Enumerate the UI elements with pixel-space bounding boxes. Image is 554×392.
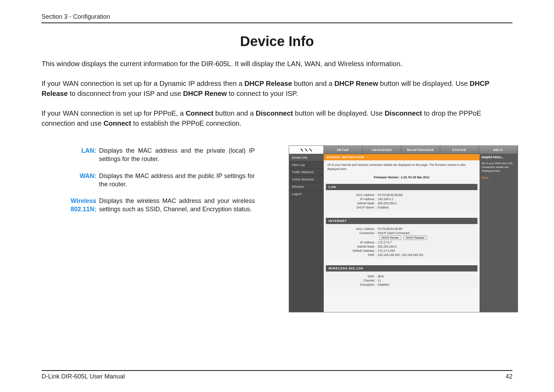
router-logo — [289, 146, 324, 154]
kv-row: Subnet Mask:255.255.255.0 — [326, 244, 477, 249]
intro-para-3: If your WAN connection is set up for PPP… — [42, 108, 499, 128]
sidebar-item-wireless[interactable]: Wireless — [289, 183, 324, 190]
firmware-version: Firmware Version : 1.03, Fri 25 Mar 2011 — [324, 175, 480, 184]
panel-lan: MAC Address:F0:7D:68:82:85:BEIP Address:… — [326, 190, 477, 212]
kv-row: DHCP Server:Enabled — [326, 205, 477, 210]
def-lan: LAN: Displays the MAC address and the pr… — [55, 146, 249, 163]
panel-head-internet: INTERNET — [326, 218, 477, 224]
kv-value: Enabled — [378, 206, 477, 209]
hints-more-link[interactable]: More... — [480, 174, 518, 181]
kv-key: Channel — [326, 279, 374, 282]
p2-text: to connect to your ISP. — [229, 90, 298, 97]
sidebar-item-device-info[interactable]: Device Info — [289, 154, 324, 161]
kv-colon: : — [374, 245, 378, 248]
panel-head-lan: LAN — [326, 184, 477, 190]
p3-bold-disconnect: Disconnect — [256, 109, 293, 117]
tab-status[interactable]: STATUS — [440, 146, 479, 154]
def-wan: WAN: Displays the MAC address and the pu… — [55, 172, 249, 189]
def-wlan: Wireless 802.11N: Displays the wireless … — [55, 197, 249, 214]
router-main: DEVICE INFOMATION All of your Internet a… — [324, 154, 480, 312]
page-footer: D-Link DIR-605L User Manual 42 — [42, 370, 512, 380]
kv-row: IP Address:172.17.5.7 — [326, 240, 477, 244]
def-wan-label: WAN: — [55, 172, 96, 189]
router-topbar: SETUP ADVANCED MAINTENANCE STATUS HELP — [289, 146, 518, 154]
router-sidebar: Device Info View Log Traffic Statistics … — [289, 154, 324, 312]
kv-key: SSID — [326, 275, 374, 278]
kv-value: 192.168.168.250, 192.168.168.201 — [378, 253, 477, 257]
kv-colon: : — [374, 275, 378, 278]
p3-text: to establish the PPPoE connection. — [133, 119, 241, 127]
sidebar-item-active-sessions[interactable]: Active Sessions — [289, 176, 324, 183]
kv-value: 192.168.0.1 — [378, 197, 477, 201]
p2-bold-release: DHCP Release — [244, 80, 292, 87]
svg-line-0 — [301, 149, 303, 151]
page-title: Device Info — [42, 34, 512, 49]
firmware-label: Firmware Version : — [374, 176, 400, 179]
tab-maintenance[interactable]: MAINTENANCE — [401, 146, 440, 154]
manual-page: Section 3 - Configuration Device Info Th… — [0, 0, 554, 392]
kv-row: MAC Address:F0:7D:68:82:85:BF — [326, 227, 477, 231]
sidebar-item-traffic-stats[interactable]: Traffic Statistics — [289, 169, 324, 176]
p3-text: If your WAN connection is set up for PPP… — [42, 109, 186, 117]
kv-value: F0:7D:68:82:85:BE — [378, 193, 477, 197]
kv-row-connection: Connection:DHCP Client ConnectedDHCP Ren… — [326, 231, 477, 240]
panel-head-wlan: WIRELESS 802.11N — [326, 265, 477, 271]
p2-text: button will be displayed. Use — [380, 80, 470, 87]
tab-advanced[interactable]: ADVANCED — [363, 146, 401, 154]
tab-setup[interactable]: SETUP — [324, 146, 363, 154]
footer-page-number: 42 — [506, 373, 512, 380]
kv-row: Default Gateway:172.17.5.254 — [326, 249, 477, 253]
firmware-value: 1.03, Fri 25 Mar 2011 — [401, 176, 430, 179]
kv-value: 172.17.5.254 — [378, 249, 477, 252]
section-header: Section 3 - Configuration — [42, 13, 512, 23]
kv-colon: : — [374, 279, 378, 282]
p3-text: button will be displayed. Use — [295, 109, 385, 117]
kv-key: Encryption — [326, 283, 374, 286]
def-lan-text: Displays the MAC address and the private… — [99, 146, 255, 163]
router-body: Device Info View Log Traffic Statistics … — [289, 154, 518, 312]
kv-colon: : — [374, 227, 378, 231]
kv-row: SSID:dlink — [326, 274, 477, 278]
footer-rule — [42, 370, 512, 371]
sidebar-item-logout[interactable]: Logout — [289, 190, 324, 198]
def-lan-label: LAN: — [55, 146, 96, 163]
kv-colon: : — [374, 283, 378, 286]
footer-manual-name: D-Link DIR-605L User Manual — [42, 373, 125, 380]
kv-colon: : — [374, 231, 378, 240]
kv-row: DNS:192.168.168.250, 192.168.168.201 — [326, 253, 477, 257]
kv-row: Subnet Mask:255.255.255.0 — [326, 201, 477, 205]
def-wan-text: Displays the MAC address and the public … — [99, 172, 255, 189]
dhcp-renew-button[interactable]: DHCP Renew — [379, 235, 401, 240]
kv-value: 255.255.255.0 — [378, 202, 477, 205]
kv-row: Encryption:Disabled — [326, 283, 477, 287]
kv-colon: : — [374, 193, 378, 197]
p3-bold-connect2: Connect — [104, 119, 131, 127]
p2-bold-renew2: DHCP Renew — [183, 90, 227, 97]
kv-value: dlink — [378, 275, 477, 278]
kv-value: F0:7D:68:82:85:BF — [378, 227, 477, 231]
helpful-hints: Helpful Hints... All of your WAN and LAN… — [480, 154, 518, 312]
p3-bold-connect: Connect — [186, 109, 213, 117]
kv-key: IP Address — [326, 197, 374, 201]
kv-colon: : — [374, 249, 378, 252]
def-wlan-text: Displays the wireless MAC address and yo… — [99, 197, 255, 214]
kv-colon: : — [374, 241, 378, 244]
kv-key: IP Address — [326, 241, 374, 244]
tab-help[interactable]: HELP — [479, 146, 518, 154]
kv-key: Default Gateway — [326, 249, 374, 252]
router-admin-screenshot: SETUP ADVANCED MAINTENANCE STATUS HELP D… — [289, 145, 518, 312]
kv-value: 172.17.5.7 — [378, 241, 477, 244]
kv-key: Subnet Mask — [326, 202, 374, 205]
dlink-logo-icon — [300, 148, 313, 152]
kv-colon: : — [374, 197, 378, 201]
device-info-header: DEVICE INFOMATION — [324, 154, 480, 160]
kv-row: IP Address:192.168.0.1 — [326, 197, 477, 201]
kv-key: DNS — [326, 253, 374, 257]
sidebar-item-view-log[interactable]: View Log — [289, 161, 324, 169]
svg-line-2 — [309, 149, 311, 151]
dhcp-release-button[interactable]: DHCP Release — [403, 235, 427, 240]
definitions-list: LAN: Displays the MAC address and the pr… — [55, 146, 249, 214]
def-wlan-label: Wireless 802.11N: — [55, 197, 96, 214]
panel-internet: MAC Address:F0:7D:68:82:85:BFConnection:… — [326, 224, 477, 259]
kv-key: MAC Address — [326, 227, 374, 231]
